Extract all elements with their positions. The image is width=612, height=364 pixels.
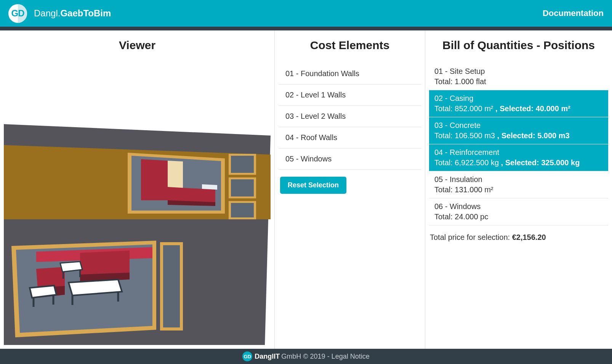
boq-item-title: 03 - Concrete bbox=[434, 120, 603, 131]
cost-element-item[interactable]: 04 - Roof Walls bbox=[279, 127, 421, 148]
brand-title: Dangl.GaebToBim bbox=[34, 8, 111, 19]
boq-item-title: 02 - Casing bbox=[434, 93, 603, 104]
footer-company: DanglIT bbox=[255, 353, 280, 361]
selection-summary-label: Total price for selection: bbox=[430, 233, 512, 241]
boq-item-title: 05 - Insulation bbox=[434, 174, 603, 185]
boq-title: Bill of Quantities - Positions bbox=[429, 39, 608, 52]
reset-selection-button[interactable]: Reset Selection bbox=[280, 177, 346, 194]
brand-title-light: Dangl. bbox=[34, 8, 60, 18]
svg-rect-10 bbox=[231, 156, 254, 173]
header-divider bbox=[0, 27, 612, 30]
footer-text: GmbH © 2019 - Legal Notice bbox=[281, 353, 369, 361]
boq-item-total: Total: 106.500 m3 , Selected: 5.000 m3 bbox=[434, 131, 603, 141]
viewer-title: Viewer bbox=[4, 39, 271, 52]
selection-summary-value: €2,156.20 bbox=[512, 233, 546, 241]
brand-logo-initials: GD bbox=[11, 8, 24, 19]
cost-element-item[interactable]: 02 - Level 1 Walls bbox=[279, 85, 421, 106]
cost-elements-list: 01 - Foundation Walls 02 - Level 1 Walls… bbox=[279, 63, 421, 170]
brand-logo: GD bbox=[8, 4, 27, 23]
brand-title-bold: GaebToBim bbox=[60, 8, 111, 18]
boq-item-total: Total: 6,922.500 kg , Selected: 325.000 … bbox=[434, 158, 603, 168]
boq-list: 01 - Site Setup Total: 1.000 flat 02 - C… bbox=[429, 63, 608, 225]
boq-item[interactable]: 06 - Windows Total: 24.000 pc bbox=[429, 198, 608, 225]
boq-item[interactable]: 04 - Reinforcement Total: 6,922.500 kg ,… bbox=[429, 144, 608, 171]
boq-item[interactable]: 02 - Casing Total: 852.000 m² , Selected… bbox=[429, 90, 608, 117]
boq-item-total: Total: 131.000 m² bbox=[434, 185, 603, 195]
boq-item-title: 06 - Windows bbox=[434, 201, 603, 212]
svg-rect-14 bbox=[231, 203, 254, 217]
main-content: Viewer bbox=[0, 30, 612, 349]
footer-logo: GD bbox=[242, 351, 252, 361]
svg-marker-28 bbox=[60, 262, 82, 272]
boq-panel: Bill of Quantities - Positions 01 - Site… bbox=[425, 30, 612, 349]
boq-item[interactable]: 03 - Concrete Total: 106.500 m3 , Select… bbox=[429, 117, 608, 144]
app-footer: GD DanglIT GmbH © 2019 - Legal Notice bbox=[0, 349, 612, 364]
viewer-canvas[interactable] bbox=[4, 63, 271, 345]
cost-elements-title: Cost Elements bbox=[279, 39, 421, 52]
cost-element-item[interactable]: 01 - Foundation Walls bbox=[279, 63, 421, 85]
viewer-panel: Viewer bbox=[0, 30, 274, 349]
boq-item[interactable]: 01 - Site Setup Total: 1.000 flat bbox=[429, 63, 608, 90]
boq-item-total: Total: 24.000 pc bbox=[434, 212, 603, 222]
selection-summary: Total price for selection: €2,156.20 bbox=[429, 225, 608, 242]
boq-item-title: 01 - Site Setup bbox=[434, 66, 603, 77]
cost-elements-panel: Cost Elements 01 - Foundation Walls 02 -… bbox=[274, 30, 425, 349]
svg-marker-8 bbox=[202, 184, 217, 190]
documentation-link[interactable]: Documentation bbox=[543, 8, 604, 18]
boq-item[interactable]: 05 - Insulation Total: 131.000 m² bbox=[429, 171, 608, 198]
boq-item-total: Total: 852.000 m² , Selected: 40.000 m² bbox=[434, 104, 603, 114]
app-header: GD Dangl.GaebToBim Documentation bbox=[0, 0, 612, 27]
svg-marker-4 bbox=[141, 159, 168, 200]
svg-rect-32 bbox=[163, 245, 180, 327]
cost-element-item[interactable]: 03 - Level 2 Walls bbox=[279, 106, 421, 127]
svg-rect-12 bbox=[231, 179, 254, 196]
cost-element-item[interactable]: 05 - Windows bbox=[279, 148, 421, 170]
boq-item-total: Total: 1.000 flat bbox=[434, 77, 603, 87]
boq-item-title: 04 - Reinforcement bbox=[434, 147, 603, 158]
building-illustration bbox=[4, 124, 271, 345]
